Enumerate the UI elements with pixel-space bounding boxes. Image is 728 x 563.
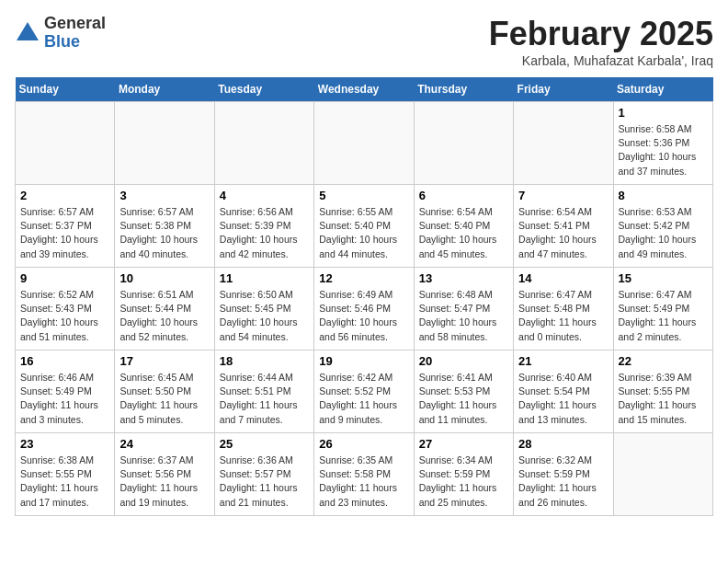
logo-blue-text: Blue	[44, 33, 106, 52]
logo-icon	[15, 20, 40, 46]
day-number: 27	[419, 437, 508, 451]
calendar-cell	[16, 102, 115, 185]
day-number: 23	[20, 437, 109, 451]
calendar-cell	[115, 102, 214, 185]
day-info: Sunrise: 6:47 AM Sunset: 5:49 PM Dayligh…	[619, 288, 708, 344]
calendar-cell: 27Sunrise: 6:34 AM Sunset: 5:59 PM Dayli…	[414, 433, 513, 516]
calendar-cell: 28Sunrise: 6:32 AM Sunset: 5:59 PM Dayli…	[514, 433, 613, 516]
day-info: Sunrise: 6:40 AM Sunset: 5:54 PM Dayligh…	[518, 371, 608, 427]
calendar-cell	[314, 102, 414, 185]
calendar-cell: 21Sunrise: 6:40 AM Sunset: 5:54 PM Dayli…	[514, 350, 613, 433]
calendar-cell: 22Sunrise: 6:39 AM Sunset: 5:55 PM Dayli…	[613, 350, 712, 433]
calendar-cell: 5Sunrise: 6:55 AM Sunset: 5:40 PM Daylig…	[314, 185, 414, 268]
weekday-header-monday: Monday	[115, 77, 214, 102]
calendar-cell: 15Sunrise: 6:47 AM Sunset: 5:49 PM Dayli…	[613, 268, 712, 350]
day-number: 1	[619, 106, 708, 120]
calendar-cell: 7Sunrise: 6:54 AM Sunset: 5:41 PM Daylig…	[514, 185, 613, 268]
day-info: Sunrise: 6:56 AM Sunset: 5:39 PM Dayligh…	[220, 205, 309, 261]
calendar-cell: 20Sunrise: 6:41 AM Sunset: 5:53 PM Dayli…	[414, 350, 513, 433]
day-info: Sunrise: 6:49 AM Sunset: 5:46 PM Dayligh…	[319, 288, 408, 344]
day-info: Sunrise: 6:51 AM Sunset: 5:44 PM Dayligh…	[119, 288, 209, 344]
day-info: Sunrise: 6:58 AM Sunset: 5:36 PM Dayligh…	[619, 122, 708, 178]
title-block: February 2025 Karbala, Muhafazat Karbala…	[489, 15, 713, 68]
calendar-cell: 4Sunrise: 6:56 AM Sunset: 5:39 PM Daylig…	[214, 185, 313, 268]
calendar-cell: 2Sunrise: 6:57 AM Sunset: 5:37 PM Daylig…	[16, 185, 115, 268]
calendar-cell: 18Sunrise: 6:44 AM Sunset: 5:51 PM Dayli…	[214, 350, 313, 433]
day-number: 5	[319, 189, 408, 202]
day-info: Sunrise: 6:54 AM Sunset: 5:41 PM Dayligh…	[518, 205, 608, 261]
calendar-cell: 24Sunrise: 6:37 AM Sunset: 5:56 PM Dayli…	[115, 433, 214, 516]
day-info: Sunrise: 6:44 AM Sunset: 5:51 PM Dayligh…	[220, 371, 309, 427]
day-info: Sunrise: 6:57 AM Sunset: 5:37 PM Dayligh…	[20, 205, 109, 261]
calendar-cell: 14Sunrise: 6:47 AM Sunset: 5:48 PM Dayli…	[514, 268, 613, 350]
day-info: Sunrise: 6:55 AM Sunset: 5:40 PM Dayligh…	[319, 205, 408, 261]
day-info: Sunrise: 6:42 AM Sunset: 5:52 PM Dayligh…	[319, 371, 408, 427]
day-number: 28	[518, 437, 608, 451]
calendar-cell: 10Sunrise: 6:51 AM Sunset: 5:44 PM Dayli…	[115, 268, 214, 350]
day-number: 18	[220, 354, 309, 368]
calendar-cell: 9Sunrise: 6:52 AM Sunset: 5:43 PM Daylig…	[16, 268, 115, 350]
calendar-header: SundayMondayTuesdayWednesdayThursdayFrid…	[16, 77, 713, 102]
day-info: Sunrise: 6:38 AM Sunset: 5:55 PM Dayligh…	[20, 454, 109, 510]
day-info: Sunrise: 6:52 AM Sunset: 5:43 PM Dayligh…	[20, 288, 109, 344]
calendar-cell: 26Sunrise: 6:35 AM Sunset: 5:58 PM Dayli…	[314, 433, 414, 516]
calendar-week-1: 1Sunrise: 6:58 AM Sunset: 5:36 PM Daylig…	[16, 102, 713, 185]
day-number: 22	[619, 354, 708, 368]
day-number: 11	[220, 271, 309, 285]
day-number: 26	[319, 437, 408, 451]
day-info: Sunrise: 6:32 AM Sunset: 5:59 PM Dayligh…	[518, 454, 608, 510]
calendar-title: February 2025	[489, 15, 713, 53]
day-number: 14	[518, 271, 608, 285]
day-number: 24	[119, 437, 209, 451]
day-info: Sunrise: 6:48 AM Sunset: 5:47 PM Dayligh…	[419, 288, 508, 344]
day-info: Sunrise: 6:53 AM Sunset: 5:42 PM Dayligh…	[619, 205, 708, 261]
day-info: Sunrise: 6:50 AM Sunset: 5:45 PM Dayligh…	[220, 288, 309, 344]
weekday-header-thursday: Thursday	[414, 77, 513, 102]
calendar-week-2: 2Sunrise: 6:57 AM Sunset: 5:37 PM Daylig…	[16, 185, 713, 268]
calendar-cell: 13Sunrise: 6:48 AM Sunset: 5:47 PM Dayli…	[414, 268, 513, 350]
day-number: 8	[619, 189, 708, 202]
weekday-header-row: SundayMondayTuesdayWednesdayThursdayFrid…	[16, 77, 713, 102]
day-info: Sunrise: 6:39 AM Sunset: 5:55 PM Dayligh…	[619, 371, 708, 427]
day-info: Sunrise: 6:46 AM Sunset: 5:49 PM Dayligh…	[20, 371, 109, 427]
calendar-cell: 6Sunrise: 6:54 AM Sunset: 5:40 PM Daylig…	[414, 185, 513, 268]
day-number: 10	[119, 271, 209, 285]
day-number: 17	[119, 354, 209, 368]
calendar-body: 1Sunrise: 6:58 AM Sunset: 5:36 PM Daylig…	[16, 102, 713, 516]
day-number: 9	[20, 271, 109, 285]
logo-general-text: General	[44, 15, 106, 33]
calendar-cell: 23Sunrise: 6:38 AM Sunset: 5:55 PM Dayli…	[16, 433, 115, 516]
calendar-cell: 1Sunrise: 6:58 AM Sunset: 5:36 PM Daylig…	[613, 102, 712, 185]
day-number: 20	[419, 354, 508, 368]
calendar-week-3: 9Sunrise: 6:52 AM Sunset: 5:43 PM Daylig…	[16, 268, 713, 350]
calendar-cell: 25Sunrise: 6:36 AM Sunset: 5:57 PM Dayli…	[214, 433, 313, 516]
day-info: Sunrise: 6:34 AM Sunset: 5:59 PM Dayligh…	[419, 454, 508, 510]
day-info: Sunrise: 6:47 AM Sunset: 5:48 PM Dayligh…	[518, 288, 608, 344]
calendar-cell: 19Sunrise: 6:42 AM Sunset: 5:52 PM Dayli…	[314, 350, 414, 433]
weekday-header-tuesday: Tuesday	[214, 77, 313, 102]
day-number: 21	[518, 354, 608, 368]
day-number: 6	[419, 189, 508, 202]
day-number: 19	[319, 354, 408, 368]
weekday-header-saturday: Saturday	[613, 77, 712, 102]
calendar-cell: 16Sunrise: 6:46 AM Sunset: 5:49 PM Dayli…	[16, 350, 115, 433]
day-info: Sunrise: 6:54 AM Sunset: 5:40 PM Dayligh…	[419, 205, 508, 261]
calendar-cell	[414, 102, 513, 185]
day-number: 15	[619, 271, 708, 285]
day-number: 7	[518, 189, 608, 202]
day-number: 13	[419, 271, 508, 285]
day-info: Sunrise: 6:37 AM Sunset: 5:56 PM Dayligh…	[119, 454, 209, 510]
calendar-cell: 3Sunrise: 6:57 AM Sunset: 5:38 PM Daylig…	[115, 185, 214, 268]
logo: General Blue	[15, 15, 106, 52]
page-header: General Blue February 2025 Karbala, Muha…	[15, 15, 713, 68]
day-info: Sunrise: 6:36 AM Sunset: 5:57 PM Dayligh…	[220, 454, 309, 510]
calendar-cell	[514, 102, 613, 185]
weekday-header-friday: Friday	[514, 77, 613, 102]
calendar-cell: 11Sunrise: 6:50 AM Sunset: 5:45 PM Dayli…	[214, 268, 313, 350]
calendar-week-5: 23Sunrise: 6:38 AM Sunset: 5:55 PM Dayli…	[16, 433, 713, 516]
svg-marker-0	[17, 22, 39, 40]
day-info: Sunrise: 6:57 AM Sunset: 5:38 PM Dayligh…	[119, 205, 209, 261]
day-number: 3	[119, 189, 209, 202]
weekday-header-sunday: Sunday	[16, 77, 115, 102]
calendar-cell: 8Sunrise: 6:53 AM Sunset: 5:42 PM Daylig…	[613, 185, 712, 268]
